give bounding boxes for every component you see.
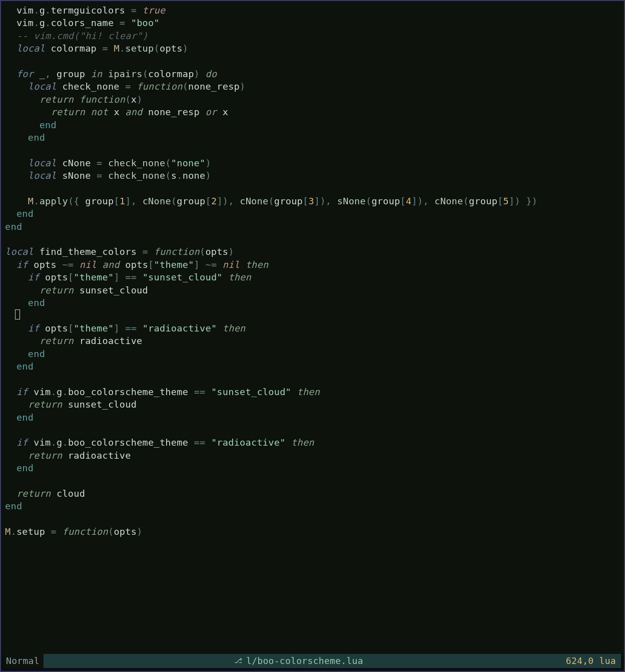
filename: l/boo-colorscheme.lua (246, 654, 363, 667)
code-line (1, 182, 624, 194)
code-line: end (1, 411, 624, 424)
code-line: vim.g.colors_name = "boo" (1, 17, 624, 29)
statusline-center: ⎇ l/boo-colorscheme.lua (44, 654, 554, 668)
code-line: M.setup = function(opts) (1, 525, 624, 538)
line-column: 624,0 (566, 654, 594, 667)
code-line (1, 144, 624, 156)
code-line: local sNone = check_none(s.none) (1, 169, 624, 182)
code-line: local check_none = function(none_resp) (1, 80, 624, 93)
code-line: return function(x) (1, 93, 624, 106)
code-line: end (1, 131, 624, 144)
git-branch-icon: ⎇ (234, 654, 242, 667)
code-line: local colormap = M.setup(opts) (1, 42, 624, 55)
code-line: if vim.g.boo_colorscheme_theme == "radio… (1, 436, 624, 449)
code-line (1, 474, 624, 487)
code-line: -- vim.cmd("hi! clear") (1, 30, 624, 42)
code-line (1, 233, 624, 245)
code-line: for _, group in ipairs(colormap) do (1, 68, 624, 80)
code-line: local cNone = check_none("none") (1, 157, 624, 169)
code-line: if opts ~= nil and opts["theme"] ~= nil … (1, 258, 624, 271)
code-line (1, 373, 624, 385)
code-line: end (1, 462, 624, 474)
code-line: end (1, 220, 624, 233)
mode-indicator: Normal (4, 654, 44, 667)
code-line: M.apply({ group[1], cNone(group[2]), cNo… (1, 195, 624, 207)
code-line: return cloud (1, 487, 624, 500)
statusline-right: 624,0 lua (554, 654, 621, 668)
code-editor[interactable]: vim.g.termguicolors = true vim.g.colors_… (1, 1, 624, 656)
code-line: if opts["theme"] == "sunset_cloud" then (1, 271, 624, 283)
code-line (1, 424, 624, 436)
code-line: vim.g.termguicolors = true (1, 4, 624, 17)
code-line: if opts["theme"] == "radioactive" then (1, 322, 624, 334)
statusline: Normal ⎇ l/boo-colorscheme.lua 624,0 lua (4, 654, 621, 668)
code-line: end (1, 119, 624, 131)
code-line: return not x and none_resp or x (1, 106, 624, 118)
code-line: return radioactive (1, 334, 624, 347)
code-line: end (1, 500, 624, 512)
filetype: lua (599, 654, 616, 667)
code-line: return sunset_cloud (1, 284, 624, 296)
code-line: end (1, 296, 624, 309)
code-line: end (1, 360, 624, 373)
cursor (15, 309, 20, 319)
code-line: end (1, 207, 624, 220)
code-line: return sunset_cloud (1, 398, 624, 411)
code-line: return radioactive (1, 449, 624, 462)
code-line: local find_theme_colors = function(opts) (1, 245, 624, 258)
code-line (1, 55, 624, 68)
code-line: if vim.g.boo_colorscheme_theme == "sunse… (1, 386, 624, 398)
cursor-line (1, 309, 624, 321)
code-line (1, 513, 624, 525)
code-line: end (1, 348, 624, 360)
